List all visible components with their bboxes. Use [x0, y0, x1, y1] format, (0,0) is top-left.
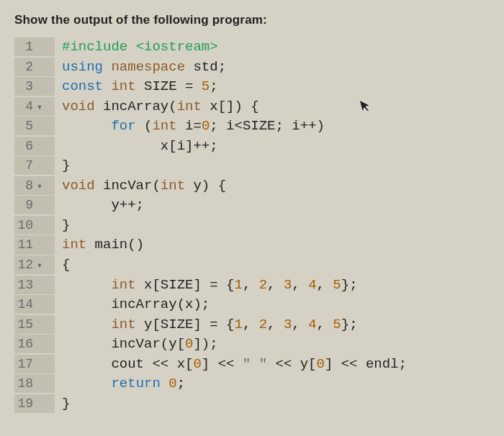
code-token: 1 — [234, 277, 242, 293]
code-line: 10} — [14, 216, 490, 236]
line-number: 4▾ — [14, 97, 55, 116]
code-token: ( — [136, 118, 153, 134]
code-token: SIZE = — [136, 78, 202, 94]
code-token: } — [62, 396, 70, 412]
line-number-value: 14 — [17, 295, 33, 314]
code-content: return 0; — [62, 374, 185, 394]
line-number-value: 5 — [25, 117, 33, 135]
code-content: int x[SIZE] = {1, 2, 3, 4, 5}; — [62, 276, 358, 296]
code-token: x[SIZE] = { — [136, 277, 235, 293]
code-token: 0 — [317, 356, 325, 372]
line-number-value: 4 — [25, 97, 33, 116]
fold-toggle-icon[interactable]: ▾ — [35, 100, 45, 114]
code-token — [62, 317, 111, 332]
code-token: 5 — [333, 317, 341, 332]
line-number: 6 — [14, 137, 55, 155]
line-number-value: 10 — [17, 216, 33, 235]
code-token: return — [111, 376, 160, 391]
code-token: ] << — [202, 356, 243, 372]
code-line: 2using namespace std; — [14, 58, 490, 78]
code-line: 18 return 0; — [14, 374, 490, 394]
code-line: 19} — [14, 394, 490, 414]
code-token: { — [62, 257, 70, 273]
code-line: 12▾{ — [14, 255, 490, 276]
code-token: cout << x[ — [62, 356, 193, 372]
code-token: ] << endl; — [325, 356, 407, 372]
code-line: 16 incVar(y[0]); — [14, 335, 490, 355]
code-token: ; — [210, 78, 217, 94]
code-content: } — [62, 156, 70, 176]
line-number: 19 — [14, 394, 55, 413]
code-token: " " — [243, 356, 267, 372]
code-token: incVar( — [95, 178, 161, 194]
code-token: ]); — [193, 336, 217, 352]
code-token: using — [62, 59, 103, 75]
code-content: y++; — [62, 196, 144, 216]
code-token: 0 — [202, 118, 210, 134]
fold-toggle-icon[interactable]: ▾ — [35, 258, 45, 273]
code-token: std; — [185, 59, 226, 75]
code-line: 6 x[i]++; — [14, 137, 490, 157]
code-token: int — [62, 237, 86, 253]
line-number: 2 — [14, 58, 55, 76]
code-token: << y[ — [267, 356, 316, 372]
code-content: int y[SIZE] = {1, 2, 3, 4, 5}; — [62, 315, 358, 335]
line-number: 15 — [14, 315, 55, 334]
code-token: int — [111, 78, 135, 94]
line-number: 13 — [14, 276, 55, 294]
line-number: 14 — [14, 295, 55, 314]
line-number-value: 12 — [17, 255, 33, 274]
code-token — [103, 59, 111, 75]
line-number: 12▾ — [14, 255, 55, 274]
code-token: 0 — [168, 376, 176, 391]
code-token: 3 — [284, 317, 292, 332]
code-line: 14 incArray(x); — [14, 295, 490, 315]
code-token: int — [111, 277, 135, 293]
code-token: void — [62, 178, 95, 194]
code-line: 11int main() — [14, 235, 490, 255]
code-content: const int SIZE = 5; — [62, 77, 218, 97]
code-token: 4 — [308, 317, 316, 332]
line-number-value: 16 — [17, 335, 33, 353]
fold-toggle-icon[interactable]: ▾ — [35, 179, 45, 194]
line-number-value: 11 — [17, 235, 33, 254]
code-token — [62, 376, 111, 391]
code-token: incArray( — [95, 99, 177, 114]
code-token: ; — [177, 376, 185, 391]
line-number-value: 9 — [25, 196, 33, 214]
code-token: int — [152, 118, 176, 134]
code-content: { — [62, 255, 70, 276]
code-token: , — [243, 317, 259, 332]
code-line: 15 int y[SIZE] = {1, 2, 3, 4, 5}; — [14, 315, 490, 335]
code-token — [103, 78, 111, 94]
code-line: 17 cout << x[0] << " " << y[0] << endl; — [14, 355, 490, 375]
code-token: void — [62, 99, 95, 114]
code-token: }; — [341, 317, 358, 332]
line-number: 1 — [14, 37, 55, 56]
line-number-value: 6 — [25, 137, 33, 155]
code-content: void incArray(int x[]) { — [62, 97, 259, 117]
code-token: y++; — [62, 197, 144, 213]
code-token: for — [111, 118, 135, 134]
code-token: ; i<SIZE; i++) — [210, 118, 325, 134]
line-number: 17 — [14, 355, 55, 373]
code-token: int — [161, 178, 185, 194]
line-number-value: 2 — [25, 58, 33, 76]
code-line: 3const int SIZE = 5; — [14, 77, 490, 97]
code-content: void incVar(int y) { — [62, 176, 226, 196]
code-token: x[]) { — [202, 99, 259, 114]
code-token: }; — [341, 277, 358, 293]
code-token: 5 — [202, 78, 210, 94]
code-token: y) { — [185, 178, 226, 194]
code-token: 5 — [333, 277, 341, 293]
code-token: , — [243, 277, 259, 293]
line-number-value: 17 — [17, 355, 33, 373]
code-token: , — [317, 277, 333, 293]
code-line: 1#include <iostream> — [14, 37, 490, 58]
code-token: int — [111, 317, 135, 332]
code-content: } — [62, 394, 70, 414]
code-token: #include — [62, 39, 127, 55]
code-line: 13 int x[SIZE] = {1, 2, 3, 4, 5}; — [14, 276, 490, 296]
code-token: 4 — [308, 277, 316, 293]
line-number: 3 — [14, 77, 55, 96]
